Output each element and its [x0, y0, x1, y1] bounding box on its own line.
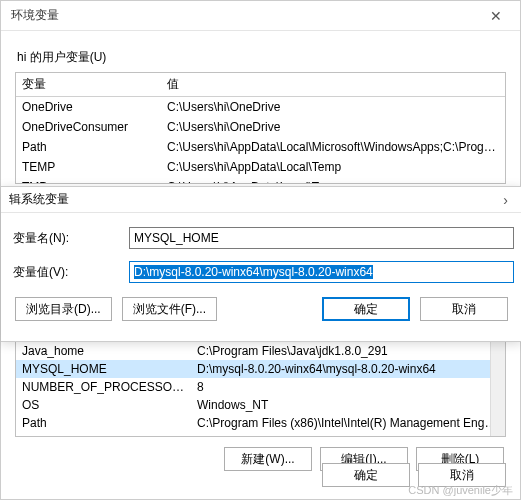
edit-cancel-button[interactable]: 取消	[420, 297, 508, 321]
cell-name: NUMBER_OF_PROCESSORS	[16, 378, 191, 396]
cell-name: PATHEXT	[16, 432, 191, 437]
main-ok-button[interactable]: 确定	[322, 463, 410, 487]
var-name-label: 变量名(N):	[9, 230, 129, 247]
cell-name: TEMP	[16, 157, 161, 177]
watermark: CSDN @juvenile少年	[408, 483, 513, 498]
table-header: 变量 值	[16, 73, 505, 97]
table-row[interactable]: MYSQL_HOMED:\mysql-8.0.20-winx64\mysql-8…	[16, 360, 505, 378]
system-vars-section: Java_homeC:\Program Files\Java\jdk1.8.0_…	[15, 341, 506, 471]
main-content: hi 的用户变量(U) 变量 值 OneDriveC:\Users\hi\One…	[1, 31, 520, 194]
table-row[interactable]: Java_homeC:\Program Files\Java\jdk1.8.0_…	[16, 342, 505, 360]
edit-dialog-title: 辑系统变量	[9, 191, 69, 208]
cell-value: C:\Users\hi\OneDrive	[161, 117, 505, 137]
cell-name: Path	[16, 137, 161, 157]
table-row[interactable]: OSWindows_NT	[16, 396, 505, 414]
table-row[interactable]: OneDriveConsumerC:\Users\hi\OneDrive	[16, 117, 505, 137]
edit-dialog-body: 变量名(N): 变量值(V): D:\mysql-8.0.20-winx64\m…	[1, 213, 521, 341]
cell-value: C:\Users\hi\AppData\Local\Microsoft\Wind…	[161, 137, 505, 157]
env-vars-window: 环境变量 ✕ hi 的用户变量(U) 变量 值 OneDriveC:\Users…	[0, 0, 521, 500]
edit-ok-button[interactable]: 确定	[322, 297, 410, 321]
browse-dir-button[interactable]: 浏览目录(D)...	[15, 297, 112, 321]
cell-name: OneDriveConsumer	[16, 117, 161, 137]
cell-value: C:\Users\hi\AppData\Local\Temp	[161, 157, 505, 177]
var-value-input[interactable]: D:\mysql-8.0.20-winx64\mysql-8.0.20-winx…	[129, 261, 514, 283]
cell-value: C:\Users\hi\OneDrive	[161, 97, 505, 117]
col-header-value[interactable]: 值	[161, 73, 505, 96]
edit-dialog-buttons: 浏览目录(D)... 浏览文件(F)... 确定 取消	[9, 295, 514, 331]
cell-value: C:\Users\hi\AppData\Local\Temp	[161, 177, 505, 184]
cell-value: Windows_NT	[191, 396, 505, 414]
edit-sysvar-dialog: 辑系统变量 › 变量名(N): 变量值(V): D:\mysql-8.0.20-…	[1, 186, 521, 342]
cell-value: .COM;.EXE;.BAT;.CMD;.VBS;.VBE;.JS;.JSE;.…	[191, 432, 505, 437]
cell-name: OS	[16, 396, 191, 414]
cell-name: TMP	[16, 177, 161, 184]
var-value-row: 变量值(V): D:\mysql-8.0.20-winx64\mysql-8.0…	[9, 261, 514, 283]
titlebar: 环境变量 ✕	[1, 1, 520, 31]
cell-name: OneDrive	[16, 97, 161, 117]
close-icon[interactable]: ✕	[482, 4, 510, 28]
window-title: 环境变量	[11, 7, 59, 24]
cell-name: Path	[16, 414, 191, 432]
var-name-row: 变量名(N):	[9, 227, 514, 249]
var-value-label: 变量值(V):	[9, 264, 129, 281]
table-row[interactable]: OneDriveC:\Users\hi\OneDrive	[16, 97, 505, 117]
table-row[interactable]: NUMBER_OF_PROCESSORS8	[16, 378, 505, 396]
cell-name: Java_home	[16, 342, 191, 360]
chevron-right-icon[interactable]: ›	[497, 190, 514, 210]
cell-value: D:\mysql-8.0.20-winx64\mysql-8.0.20-winx…	[191, 360, 505, 378]
table-row[interactable]: PathC:\Users\hi\AppData\Local\Microsoft\…	[16, 137, 505, 157]
scrollbar[interactable]	[490, 342, 505, 436]
cell-value: C:\Program Files\Java\jdk1.8.0_291	[191, 342, 505, 360]
table-row[interactable]: TEMPC:\Users\hi\AppData\Local\Temp	[16, 157, 505, 177]
cell-name: MYSQL_HOME	[16, 360, 191, 378]
cell-value: 8	[191, 378, 505, 396]
var-value-selected-text: D:\mysql-8.0.20-winx64\mysql-8.0.20-winx…	[134, 265, 373, 279]
system-vars-table[interactable]: Java_homeC:\Program Files\Java\jdk1.8.0_…	[15, 341, 506, 437]
table-row[interactable]: PathC:\Program Files (x86)\Intel\Intel(R…	[16, 414, 505, 432]
new-sysvar-button[interactable]: 新建(W)...	[224, 447, 312, 471]
browse-file-button[interactable]: 浏览文件(F)...	[122, 297, 217, 321]
col-header-name[interactable]: 变量	[16, 73, 161, 96]
edit-dialog-titlebar: 辑系统变量 ›	[1, 187, 521, 213]
table-row[interactable]: TMPC:\Users\hi\AppData\Local\Temp	[16, 177, 505, 184]
cell-value: C:\Program Files (x86)\Intel\Intel(R) Ma…	[191, 414, 505, 432]
user-vars-table[interactable]: 变量 值 OneDriveC:\Users\hi\OneDriveOneDriv…	[15, 72, 506, 184]
table-row[interactable]: PATHEXT.COM;.EXE;.BAT;.CMD;.VBS;.VBE;.JS…	[16, 432, 505, 437]
var-name-input[interactable]	[129, 227, 514, 249]
user-vars-label: hi 的用户变量(U)	[17, 49, 506, 66]
